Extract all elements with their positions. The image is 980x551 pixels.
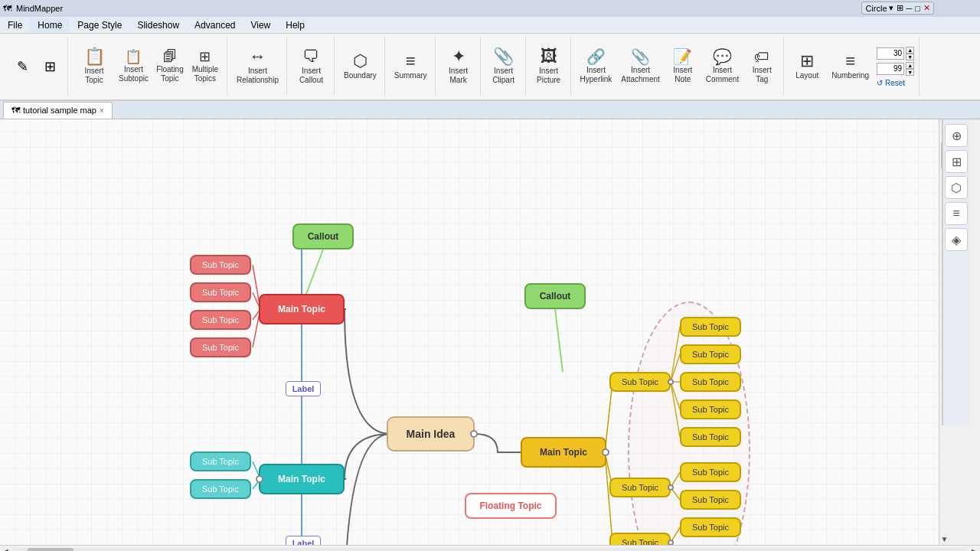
sub-teal-2[interactable]: Sub Topic xyxy=(190,479,251,499)
insert-attachment-btn[interactable]: 📎 InsertAttachment xyxy=(618,47,663,86)
title-label: MindMapper xyxy=(16,4,63,13)
multiple-topics-icon: ⊞ xyxy=(199,50,211,64)
canvas-area[interactable]: Callout Callout Main Idea Main Topic Sub… xyxy=(0,119,949,545)
main-topic-yellow[interactable]: Main Topic xyxy=(521,437,606,468)
sub-yr-5[interactable]: Sub Topic xyxy=(680,427,741,447)
sub-yr-7[interactable]: Sub Topic xyxy=(680,490,741,510)
sub-red-1[interactable]: Sub Topic xyxy=(190,255,251,275)
svg-line-1 xyxy=(306,249,323,294)
menu-file[interactable]: File xyxy=(0,18,30,32)
sub-yr-1[interactable]: Sub Topic xyxy=(680,317,741,337)
tab-close-btn[interactable]: × xyxy=(100,106,104,115)
insert-mark-btn[interactable]: ✦ InsertMark xyxy=(442,47,475,86)
circle-dropdown[interactable]: Circle ▾ ⊞ ─ □ ✕ xyxy=(861,2,934,15)
insert-picture-btn[interactable]: 🖼 InsertPicture xyxy=(532,47,566,86)
sub-yellow-l2[interactable]: Sub Topic xyxy=(609,478,671,497)
window-close-icon[interactable]: ✕ xyxy=(923,3,930,13)
tab-tutorial[interactable]: 🗺 tutorial sample map × xyxy=(3,102,113,119)
num2-up[interactable]: ▲ xyxy=(906,62,914,69)
ribbon-group-relationship: ↔ InsertRelationship xyxy=(229,37,287,96)
sub-red-2[interactable]: Sub Topic xyxy=(190,282,251,302)
sub-yellow-l1[interactable]: Sub Topic xyxy=(609,372,671,392)
window-min-icon[interactable]: ─ xyxy=(906,4,913,13)
ribbon-group-topics: 📋 InsertTopic 📋 InsertSubtopic 🗐 Floatin… xyxy=(70,37,227,96)
ribbon-group-summary: ≡ Summary xyxy=(387,37,436,96)
conn-dot-teal[interactable] xyxy=(256,475,263,483)
num-input-2[interactable]: 99 xyxy=(877,63,904,75)
sub-yr-6[interactable]: Sub Topic xyxy=(680,462,741,482)
quick-edit-btn[interactable]: ✎ xyxy=(9,57,35,77)
floating-topic-btn[interactable]: 🗐 FloatingTopic xyxy=(153,48,187,85)
main-topic-red[interactable]: Main Topic xyxy=(259,294,345,324)
menu-pagestyle[interactable]: Page Style xyxy=(70,18,129,32)
sub-yr-2[interactable]: Sub Topic xyxy=(680,344,741,364)
scroll-thumb-h[interactable] xyxy=(28,548,74,552)
insert-comment-btn[interactable]: 💬 InsertComment xyxy=(703,47,742,86)
multiple-topics-btn[interactable]: ⊞ MultipleTopics xyxy=(188,48,222,85)
callout-1[interactable]: Callout xyxy=(292,223,354,249)
tab-bar: 🗺 tutorial sample map × xyxy=(0,101,980,119)
insert-relationship-btn[interactable]: ↔ InsertRelationship xyxy=(234,47,282,86)
sub-yr-4[interactable]: Sub Topic xyxy=(680,399,741,419)
boundary-btn[interactable]: ⬡ Boundary xyxy=(341,51,380,82)
boundary-icon: ⬡ xyxy=(353,53,368,70)
num1-down[interactable]: ▼ xyxy=(906,54,914,60)
conn-dot-yl1[interactable] xyxy=(668,379,674,385)
side-btn-3[interactable]: ⬡ xyxy=(945,176,968,199)
conn-dot-yl2[interactable] xyxy=(668,484,674,491)
quick-grid-btn[interactable]: ⊞ xyxy=(37,57,63,77)
summary-btn[interactable]: ≡ Summary xyxy=(391,51,430,82)
grid-icon: ⊞ xyxy=(44,58,56,75)
scroll-down-btn[interactable]: ▼ xyxy=(939,533,949,545)
right-panel: ⊕ ⊞ ⬡ ≡ ◈ xyxy=(942,119,969,425)
insert-note-btn[interactable]: 📝 InsertNote xyxy=(666,47,700,86)
menu-home[interactable]: Home xyxy=(30,18,70,32)
clipart-icon: 📎 xyxy=(493,48,514,65)
num2-down[interactable]: ▼ xyxy=(906,69,914,76)
conn-dot-yl3[interactable] xyxy=(668,540,674,545)
tag-icon: 🏷 xyxy=(754,49,769,64)
sub-yellow-l3[interactable]: Sub Topic xyxy=(609,533,671,545)
scroll-right-btn[interactable]: ▶ xyxy=(969,546,980,551)
reset-btn[interactable]: ↺ Reset xyxy=(877,79,914,87)
numbering-btn[interactable]: ≡ Numbering xyxy=(828,51,872,82)
callout-2[interactable]: Callout xyxy=(524,283,586,309)
insert-clipart-btn[interactable]: 📎 InsertClipart xyxy=(487,47,521,86)
insert-hyperlink-btn[interactable]: 🔗 InsertHyperlink xyxy=(577,47,616,86)
insert-subtopic-btn[interactable]: 📋 InsertSubtopic xyxy=(116,48,152,85)
side-btn-4[interactable]: ≡ xyxy=(945,202,968,225)
menu-slideshow[interactable]: Slideshow xyxy=(129,18,187,32)
insert-topic-btn[interactable]: 📋 InsertTopic xyxy=(74,47,114,86)
sub-yr-8[interactable]: Sub Topic xyxy=(680,517,741,537)
insert-callout-btn[interactable]: 🗨 InsertCallout xyxy=(294,47,328,86)
menu-advanced[interactable]: Advanced xyxy=(187,18,243,32)
num1-up[interactable]: ▲ xyxy=(906,47,914,54)
ribbon-group-callout: 🗨 InsertCallout xyxy=(289,37,335,96)
layout-icon[interactable]: ⊞ xyxy=(897,3,903,13)
sub-yr-3[interactable]: Sub Topic xyxy=(680,372,741,392)
circle-label: Circle xyxy=(865,4,887,13)
side-btn-5[interactable]: ◈ xyxy=(945,228,968,251)
floating-topic-1[interactable]: Floating Topic xyxy=(465,493,557,519)
summary-icon: ≡ xyxy=(406,53,416,70)
label-1[interactable]: Label xyxy=(286,381,321,396)
window-max-icon[interactable]: □ xyxy=(915,4,920,13)
side-btn-2[interactable]: ⊞ xyxy=(945,150,968,173)
insert-tag-btn[interactable]: 🏷 InsertTag xyxy=(745,47,779,86)
note-icon: 📝 xyxy=(673,49,692,64)
main-topic-teal[interactable]: Main Topic xyxy=(259,464,345,494)
sub-red-4[interactable]: Sub Topic xyxy=(190,337,251,357)
menu-view[interactable]: View xyxy=(243,18,278,32)
sub-red-3[interactable]: Sub Topic xyxy=(190,310,251,330)
menu-help[interactable]: Help xyxy=(278,18,312,32)
tab-label: tutorial sample map xyxy=(23,106,96,115)
label-2[interactable]: Label xyxy=(286,536,321,545)
sub-teal-1[interactable]: Sub Topic xyxy=(190,452,251,471)
conn-dot-mainidea[interactable] xyxy=(470,430,478,438)
layout-btn[interactable]: ⊞ Layout xyxy=(790,51,824,82)
scroll-left-btn[interactable]: ◀ xyxy=(0,546,11,551)
num-input-1[interactable]: 30 xyxy=(877,47,904,60)
main-idea[interactable]: Main Idea xyxy=(387,416,475,452)
conn-dot-yellow[interactable] xyxy=(602,448,609,456)
side-btn-1[interactable]: ⊕ xyxy=(945,124,968,147)
